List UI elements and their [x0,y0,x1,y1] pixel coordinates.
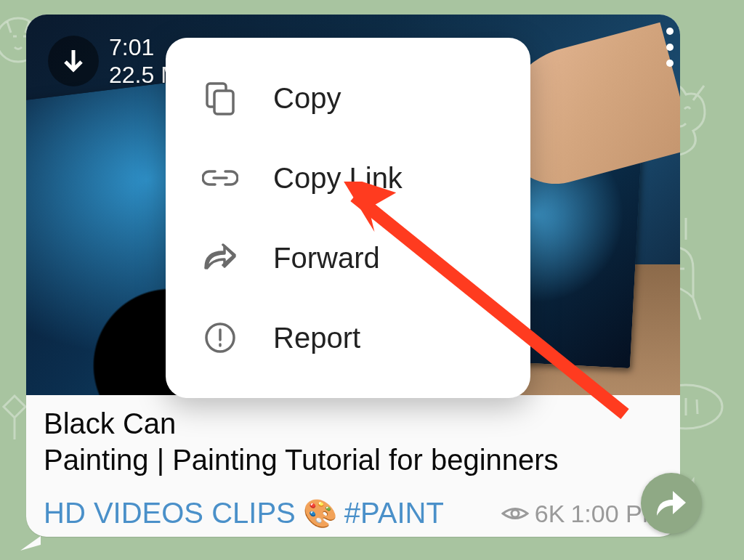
menu-label-report: Report [273,322,360,354]
hashtag-link[interactable]: #PAINT [344,497,444,529]
share-icon [655,490,687,517]
menu-label-copy-link: Copy Link [273,162,403,195]
download-icon[interactable] [48,36,99,86]
svg-rect-4 [214,91,233,114]
menu-item-copy-link[interactable]: Copy Link [166,138,530,218]
menu-label-forward: Forward [273,242,380,275]
view-count: 6K [535,500,565,528]
eye-icon [501,504,529,523]
menu-item-report[interactable]: Report [166,298,530,378]
link-icon [202,160,238,196]
context-menu: Copy Copy Link Forward Report [166,38,530,398]
caption-link-row[interactable]: HD VIDEOS CLIPS 🎨 #PAINT [44,497,444,529]
menu-item-forward[interactable]: Forward [166,218,530,298]
message-caption: Black CanPainting | Painting Tutorial fo… [26,395,680,537]
report-icon [202,320,238,356]
menu-label-copy: Copy [273,82,341,115]
menu-item-copy[interactable]: Copy [166,58,530,138]
more-options-button[interactable] [655,28,684,67]
message-stats: 6K 1:00 PM [501,500,663,528]
video-download-badge[interactable]: 7:01 22.5 M [48,33,180,89]
palette-emoji: 🎨 [303,498,337,529]
copy-icon [202,80,238,116]
caption-title: Black CanPainting | Painting Tutorial fo… [44,405,663,478]
forward-icon [202,240,238,276]
share-button[interactable] [641,473,702,534]
channel-link[interactable]: HD VIDEOS CLIPS [44,497,296,529]
svg-point-2 [512,510,519,517]
